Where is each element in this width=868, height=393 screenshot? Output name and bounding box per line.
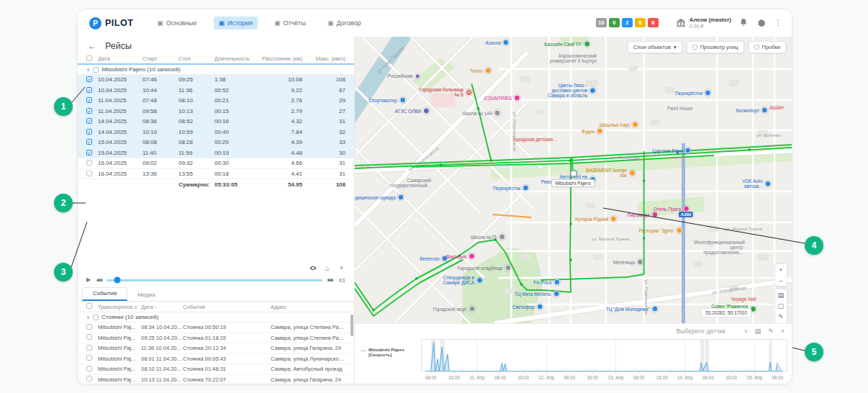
- trips-group-row[interactable]: ∨ Mitsubishi Pajero (10 записей): [78, 65, 354, 75]
- chart-plot[interactable]: 08:0016:0011. Апр08:0016:0012. Апр08:001…: [421, 339, 787, 384]
- list-item[interactable]: Mitsubishi Раj... 08:10 11.04.20... Стоя…: [78, 364, 354, 375]
- row-checkbox[interactable]: ✓: [86, 150, 92, 155]
- col-duration[interactable]: Длительность: [214, 55, 256, 62]
- group-checkbox[interactable]: [93, 67, 99, 73]
- chevron-down-icon[interactable]: ∨: [781, 328, 785, 334]
- map-poi[interactable]: COUNTRIES: [484, 95, 520, 101]
- kebab-menu-icon[interactable]: ⋮: [773, 18, 783, 28]
- table-row[interactable]: ✓ 14.04.2025 10:19 10:59 00:40 7.84 32: [78, 127, 354, 138]
- map-poi[interactable]: АГЗС ОЛВИ: [395, 108, 430, 114]
- list-item[interactable]: Mitsubishi Раj... 11:36 10.04.20... Стоя…: [78, 343, 354, 354]
- col-event-date[interactable]: Дата ↑: [141, 304, 183, 310]
- list-icon[interactable]: ▤: [755, 328, 761, 335]
- status-badge[interactable]: 0: [635, 18, 646, 27]
- map-poi[interactable]: Городская больница № 6H: [415, 87, 472, 97]
- zoom-out-button[interactable]: −: [775, 275, 787, 286]
- map-poi[interactable]: АШАН: [769, 105, 783, 110]
- map-poi[interactable]: BASEMENT lounge bar: [578, 168, 636, 178]
- map-poi[interactable]: Метелица: [613, 259, 643, 266]
- col-stop[interactable]: Стоп: [178, 55, 214, 62]
- map-poi[interactable]: Paint House: [667, 106, 692, 111]
- sensor-select[interactable]: Выберите датчик ∨: [677, 328, 748, 335]
- map-poi[interactable]: Ресторан 'ЭдНо': [638, 227, 682, 234]
- row-checkbox[interactable]: [86, 366, 92, 371]
- map-poi[interactable]: Цветы Люкс - доставка цветов Самара и об…: [538, 83, 596, 98]
- row-checkbox[interactable]: ✓: [86, 118, 92, 124]
- col-event[interactable]: Событие: [183, 304, 271, 310]
- app-logo[interactable]: P PILOT: [89, 17, 133, 30]
- map-poi[interactable]: Виктория: [446, 253, 475, 260]
- list-item[interactable]: Mitsubishi Раj... 08:01 11.04.20... Стоя…: [78, 354, 354, 365]
- map-poi[interactable]: Бассейн СамГТУ: [544, 41, 590, 48]
- fast-forward-button[interactable]: ▶▶: [327, 278, 333, 283]
- map-poi[interactable]: Хуторок Рідний: [575, 216, 617, 222]
- map-poi[interactable]: Фудзи: [582, 128, 603, 135]
- tab-media[interactable]: Медиа: [127, 289, 166, 301]
- map-poi[interactable]: Самарский государственный...: [382, 178, 431, 188]
- row-checkbox[interactable]: ✓: [86, 139, 92, 145]
- eye-icon[interactable]: [309, 264, 317, 272]
- table-row[interactable]: ✓ 10.04.2025 10:44 11:36 00:52 9.22 67: [78, 86, 354, 96]
- nav-menu-item[interactable]: ▣ Договор: [322, 17, 366, 30]
- status-badge[interactable]: 8: [648, 18, 659, 27]
- chevron-down-icon[interactable]: ∨: [86, 67, 90, 73]
- map-poi[interactable]: Аскона: [485, 40, 509, 46]
- map-poi[interactable]: Многофункциональный центр предоставления…: [694, 240, 743, 255]
- row-checkbox[interactable]: ✓: [86, 108, 92, 114]
- map-poi[interactable]: Bestmoto: [420, 256, 448, 262]
- zoom-in-button[interactable]: +: [775, 264, 787, 275]
- row-checkbox[interactable]: [86, 355, 92, 361]
- col-address[interactable]: Адрес: [271, 304, 345, 310]
- map-poi[interactable]: Царские Раки: [652, 148, 691, 154]
- map-poi[interactable]: ТЦ "Дом Молодежи": [605, 306, 658, 312]
- map-poi[interactable]: Школа №75: [471, 234, 505, 240]
- rewind-button[interactable]: ◀◀: [96, 278, 101, 283]
- print-icon[interactable]: ▤: [775, 289, 787, 300]
- status-badge[interactable]: 0: [609, 18, 620, 27]
- table-row[interactable]: ✓ 16.04.2025 09:02 09:32 00:30 4.66 31: [78, 158, 354, 169]
- row-checkbox[interactable]: ✓: [86, 76, 92, 82]
- table-row[interactable]: ✓ 15.04.2025 11:40 11:59 00:19 4.48 30: [78, 148, 354, 159]
- list-item[interactable]: Mitsubishi Раj... 09:25 10.04.20... Стоя…: [78, 333, 354, 344]
- map-poi[interactable]: Школа № 144: [462, 110, 500, 117]
- list-item[interactable]: Mitsubishi Раj... 10:13 11.04.20... Стоя…: [78, 375, 354, 385]
- map-poi[interactable]: Тепло: [470, 68, 492, 74]
- slider-handle[interactable]: [114, 277, 121, 284]
- map-poi[interactable]: ТЦ Мега Мебель: [515, 291, 560, 297]
- map-poi[interactable]: Светофор: [512, 304, 543, 310]
- map-poi[interactable]: Городское кладбище: [457, 265, 511, 271]
- vehicle-marker[interactable]: [570, 170, 578, 178]
- playback-speed[interactable]: X1: [338, 277, 345, 284]
- row-checkbox[interactable]: [86, 345, 92, 351]
- status-badge[interactable]: 10: [596, 18, 607, 27]
- map-poi[interactable]: Российская: [388, 73, 420, 78]
- table-row[interactable]: ✓ 11.04.2025 07:48 08:10 00:21 2.76 29: [78, 96, 354, 107]
- tab-events[interactable]: События: [82, 287, 127, 301]
- events-select-all-checkbox[interactable]: [86, 303, 92, 309]
- table-row[interactable]: ✓ 16.04.2025 13:36 13:55 00:18 4.41 31: [78, 169, 354, 180]
- map-poi[interactable]: VDK Auto автоза...: [731, 179, 772, 189]
- notifications-bell-icon[interactable]: [738, 18, 749, 28]
- table-row[interactable]: ✓ 15.04.2025 08:08 08:28 00:20 4.39 33: [78, 137, 354, 148]
- scrollbar[interactable]: [351, 315, 353, 336]
- edit-pencil-icon[interactable]: ✎: [768, 328, 774, 335]
- map-poi[interactable]: Fix Price: [533, 279, 560, 286]
- status-badge[interactable]: 2: [622, 18, 633, 27]
- map-poi[interactable]: Voyage Hall: [731, 297, 756, 302]
- close-icon[interactable]: ×: [338, 264, 345, 272]
- map-poi[interactable]: Космопорт: [736, 107, 768, 114]
- row-checkbox[interactable]: ✓: [86, 171, 92, 176]
- chevron-down-icon[interactable]: ∨: [86, 315, 90, 320]
- select-all-checkbox[interactable]: [86, 55, 92, 61]
- row-checkbox[interactable]: [86, 324, 92, 330]
- map-poi[interactable]: городская детская...: [513, 137, 557, 142]
- user-account[interactable]: Алена (master) 0.00 ₽: [676, 17, 731, 30]
- events-group-row[interactable]: ∨ Стоянки (10 записей): [78, 312, 354, 322]
- row-checkbox[interactable]: [86, 334, 92, 340]
- traffic-checkbox[interactable]: Пробки: [749, 41, 787, 53]
- map-poi[interactable]: Шашлык Хаус: [600, 122, 638, 128]
- street-view-checkbox[interactable]: Просмотр улиц: [687, 41, 744, 53]
- table-row[interactable]: ✓ 11.04.2025 09:58 10:13 00:15 2.79 27: [78, 107, 354, 117]
- map-poi[interactable]: Пирамида: [627, 212, 658, 218]
- map-poi[interactable]: Спецодежда в Самаре ДИСА: [425, 275, 483, 285]
